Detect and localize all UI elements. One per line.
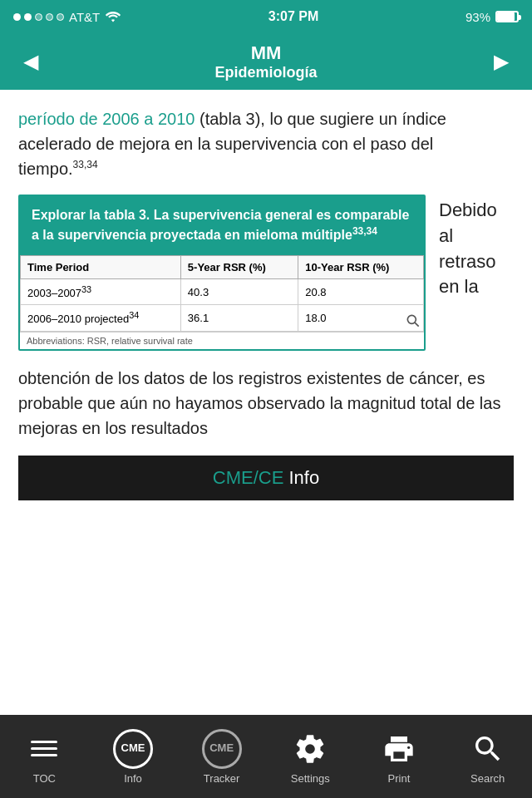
cme-bar-text: CME/CE Info (213, 467, 319, 488)
table-box: Explorar la tabla 3. La supervivencia ge… (18, 195, 426, 351)
tracker-icon: CME (202, 729, 242, 769)
carrier-signal: AT&T (13, 9, 121, 25)
search-icon (468, 729, 508, 769)
clock: 3:07 PM (268, 9, 318, 24)
nav-label-tracker: Tracker (204, 772, 240, 785)
bottom-navigation: TOC CME Info CME Tracker Settings (0, 715, 532, 798)
table-abbreviation: Abbreviations: RSR, relative survival ra… (20, 332, 424, 349)
table-link[interactable]: período de 2006 a 2010 (18, 110, 195, 128)
nav-item-search[interactable]: Search (451, 729, 525, 785)
table-caption: Explorar la tabla 3. La supervivencia ge… (20, 196, 424, 255)
table-section: Explorar la tabla 3. La supervivencia ge… (18, 195, 514, 351)
header-title: MM Epidemiología (45, 42, 487, 81)
battery-icon (495, 11, 519, 22)
main-content: período de 2006 a 2010 (tabla 3), lo que… (0, 90, 532, 500)
footnote-ref-1: 33,34 (73, 159, 98, 170)
cell-5yr-2: 36.1 (180, 305, 298, 331)
prev-page-button[interactable]: ◀ (17, 43, 45, 80)
magnify-icon[interactable] (405, 313, 421, 329)
cell-period-1: 2003–200733 (21, 279, 181, 305)
status-bar: AT&T 3:07 PM 93% (0, 0, 532, 33)
cell-5yr-1: 40.3 (180, 279, 298, 305)
cell-10yr-2: 18.0 (298, 305, 424, 331)
nav-item-toc[interactable]: TOC (7, 729, 81, 785)
col-header-5yr: 5-Year RSR (%) (180, 256, 298, 279)
cell-period-2: 2006–2010 projected34 (21, 305, 181, 331)
nav-label-settings: Settings (291, 772, 330, 785)
svg-point-0 (407, 315, 416, 323)
toc-icon (24, 729, 64, 769)
nav-item-tracker[interactable]: CME Tracker (185, 729, 259, 785)
cme-info-label: Info (288, 467, 319, 488)
nav-label-toc: TOC (33, 772, 56, 785)
carrier-name: AT&T (69, 10, 100, 24)
nav-item-settings[interactable]: Settings (273, 729, 347, 785)
cell-10yr-1: 20.8 (298, 279, 424, 305)
nav-label-search: Search (470, 772, 505, 785)
aside-text: Debido al retraso en la (439, 195, 514, 351)
paragraph-2: obtención de los datos de los registros … (18, 366, 514, 441)
survival-table: Time Period 5-Year RSR (%) 10-Year RSR (… (20, 255, 424, 332)
paragraph-1: período de 2006 a 2010 (tabla 3), lo que… (18, 106, 514, 181)
battery-area: 93% (466, 10, 519, 24)
nav-label-info: Info (124, 772, 142, 785)
table-row: 2006–2010 projected34 36.1 18.0 (21, 305, 424, 331)
header-title-sub: Epidemiología (45, 64, 487, 81)
header-title-main: MM (45, 42, 487, 64)
nav-label-print: Print (388, 772, 411, 785)
battery-percent: 93% (466, 10, 490, 24)
col-header-period: Time Period (21, 256, 181, 279)
cme-info-bar[interactable]: CME/CE Info (18, 456, 514, 500)
next-page-button[interactable]: ▶ (487, 43, 515, 80)
cme-label: CME/CE (213, 467, 284, 488)
table-row: 2003–200733 40.3 20.8 (21, 279, 424, 305)
nav-item-print[interactable]: Print (362, 729, 436, 785)
print-icon (379, 729, 419, 769)
nav-item-info[interactable]: CME Info (96, 729, 170, 785)
col-header-10yr: 10-Year RSR (%) (298, 256, 424, 279)
page-header: ◀ MM Epidemiología ▶ (0, 33, 532, 90)
svg-line-1 (415, 323, 419, 327)
wifi-icon (105, 9, 121, 25)
info-icon: CME (113, 729, 153, 769)
settings-icon (290, 729, 330, 769)
